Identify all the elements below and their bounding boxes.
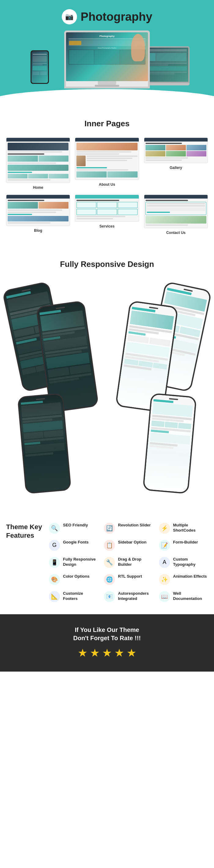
page-label-blog: Blog (34, 228, 42, 233)
feature-drag: 🔧 Drag & Drop Builder (104, 557, 153, 568)
page-thumbnail-home (6, 137, 70, 183)
phone-showcase-6 (142, 393, 196, 494)
features-title: Theme KeyFeatures (6, 523, 43, 540)
phone-screen-light-6 (144, 394, 196, 493)
page-thumbnail-blog (6, 194, 70, 226)
feature-form: 📝 Form-Builder (159, 540, 208, 551)
page-item-services: Services (75, 194, 139, 235)
hero-logo: 📷 Photography (6, 9, 208, 24)
cta-line1: If You Like Our Theme (6, 626, 208, 633)
monitor-base (95, 85, 119, 87)
star-5: ★ (127, 647, 136, 659)
shortcodes-label: Multiple ShortCodes (173, 523, 208, 533)
typography-label: Custom Typography (173, 557, 208, 567)
monitor-screen: Photography About Photography Studios (66, 32, 148, 81)
page-item-blog: Blog (6, 194, 70, 235)
responsive-icon: 📱 (49, 557, 60, 568)
colors-label: Color Options (63, 574, 89, 579)
phone-body (31, 50, 49, 84)
footers-label: Customize Footers (63, 591, 98, 601)
features-section: Theme KeyFeatures 🔍 SEO Friendly 🔄 Revol… (0, 510, 214, 614)
animation-label: Animation Effects (173, 574, 207, 579)
pages-grid: Home (6, 137, 208, 235)
shortcodes-icon: ⚡ (159, 523, 170, 534)
phone-screen (31, 51, 48, 83)
feature-responsive: 📱 Fully Responsive Design (49, 557, 98, 568)
feature-autoresponders: 📧 Autoresponders Integrated (104, 591, 153, 602)
phone-screen-dark-5 (19, 394, 70, 493)
page-label-services: Services (99, 224, 114, 228)
form-icon: 📝 (159, 540, 170, 551)
phones-showcase (6, 279, 208, 492)
feature-docs: 📖 Well Documentation (159, 591, 208, 602)
feature-sidebar: 📋 Sidebar Option (104, 540, 153, 551)
revolution-label: Revolution Slider (118, 523, 151, 528)
autoresponders-label: Autoresponders Integrated (118, 591, 153, 601)
fonts-icon: G (49, 540, 60, 551)
stars-row: ★ ★ ★ ★ ★ (6, 647, 208, 659)
feature-typography: A Custom Typography (159, 557, 208, 568)
features-grid: 🔍 SEO Friendly 🔄 Revolution Slider ⚡ Mul… (49, 523, 208, 602)
feature-animation: ✨ Animation Effects (159, 574, 208, 585)
feature-colors: 🎨 Color Options (49, 574, 98, 585)
seo-label: SEO Friendly (63, 523, 88, 528)
page-label-home: Home (33, 185, 43, 190)
drag-icon: 🔧 (104, 557, 115, 568)
star-1: ★ (78, 647, 87, 659)
fonts-label: Google Fonts (63, 540, 89, 545)
features-title-col: Theme KeyFeatures (6, 523, 43, 548)
page-item-about: About Us (75, 137, 139, 190)
rtl-label: RTL Support (118, 574, 142, 579)
monitor-stand (98, 81, 116, 85)
page-label-gallery: Gallery (170, 165, 182, 170)
feature-rtl: 🌐 RTL Support (104, 574, 153, 585)
page-label-contact: Contact Us (166, 230, 186, 235)
docs-label: Well Documentation (173, 591, 208, 601)
docs-icon: 📖 (159, 591, 170, 602)
feature-seo: 🔍 SEO Friendly (49, 523, 98, 534)
responsive-title: Fully Responsive Design (6, 259, 208, 270)
inner-pages-section: Inner Pages Home (0, 107, 214, 247)
autoresponders-icon: 📧 (104, 591, 115, 602)
sidebar-icon: 📋 (104, 540, 115, 551)
page-item-gallery: Gallery (144, 137, 208, 190)
rtl-icon: 🌐 (104, 574, 115, 585)
page-thumbnail-about (75, 137, 139, 180)
form-label: Form-Builder (173, 540, 198, 545)
page-thumbnail-gallery (144, 137, 208, 163)
feature-shortcodes: ⚡ Multiple ShortCodes (159, 523, 208, 534)
logo-icon: 📷 (62, 9, 77, 24)
feature-footers: 📐 Customize Footers (49, 591, 98, 602)
features-layout: Theme KeyFeatures 🔍 SEO Friendly 🔄 Revol… (6, 523, 208, 602)
page-item-home: Home (6, 137, 70, 190)
drag-label: Drag & Drop Builder (118, 557, 153, 567)
star-4: ★ (114, 647, 124, 659)
feature-revolution: 🔄 Revolution Slider (104, 523, 153, 534)
revolution-icon: 🔄 (104, 523, 115, 534)
responsive-section: Fully Responsive Design (0, 247, 214, 510)
phone-device (31, 50, 49, 84)
page-thumbnail-services (75, 194, 139, 222)
colors-icon: 🎨 (49, 574, 60, 585)
responsive-label: Fully Responsive Design (63, 557, 98, 567)
seo-icon: 🔍 (49, 523, 60, 534)
star-2: ★ (90, 647, 100, 659)
animation-icon: ✨ (159, 574, 170, 585)
cta-section: If You Like Our Theme Don't Forget To Ra… (0, 614, 214, 672)
features-items-col: 🔍 SEO Friendly 🔄 Revolution Slider ⚡ Mul… (49, 523, 208, 602)
sidebar-label: Sidebar Option (118, 540, 146, 545)
feature-fonts: G Google Fonts (49, 540, 98, 551)
cta-line2: Don't Forget To Rate !!! (6, 635, 208, 642)
page-label-about: About Us (99, 182, 115, 187)
inner-pages-title: Inner Pages (6, 119, 208, 128)
hero-devices: Photography About Photography Studios (6, 31, 208, 88)
page-thumbnail-contact (144, 194, 208, 228)
footers-icon: 📐 (49, 591, 60, 602)
page-item-contact: Contact Us (144, 194, 208, 235)
hero-section: 📷 Photography Photography About Photogra… (0, 0, 214, 107)
phone-showcase-5 (17, 393, 71, 494)
monitor-device: Photography About Photography Studios (64, 31, 150, 88)
star-3: ★ (102, 647, 112, 659)
hero-title: Photography (81, 10, 152, 24)
typography-icon: A (159, 557, 170, 568)
